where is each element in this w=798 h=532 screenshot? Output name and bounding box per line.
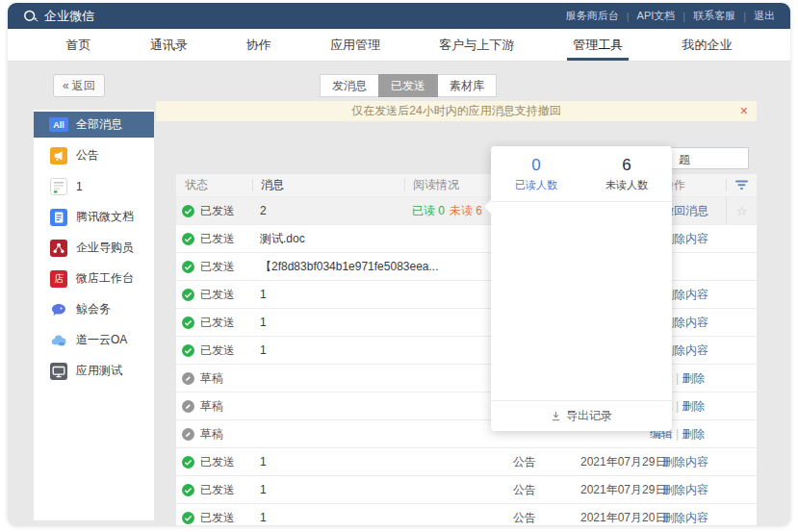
star-cell (726, 309, 757, 336)
op-link[interactable]: 删除内容 (662, 511, 708, 524)
status-cell: 草稿 (176, 370, 260, 387)
link-contact-support[interactable]: 联系客服 (693, 9, 735, 23)
app-cell: 公告 (501, 482, 564, 498)
status-cell: 已发送 (176, 454, 260, 470)
banner-text: 仅在发送后24小时内的应用消息支持撤回 (351, 104, 560, 117)
tab-send-message[interactable]: 发消息 (320, 74, 379, 97)
message-tabs: 发消息 已发送 素材库 (321, 74, 497, 97)
network-icon (49, 240, 68, 257)
app-sidebar: All全部消息公告1腾讯微文档企业导购员店微店工作台鲸会务道一云OA应用测试 (34, 110, 154, 520)
logo-text: 企业微信 (44, 8, 94, 25)
sidebar-item[interactable]: 应用测试 (34, 358, 154, 384)
download-icon (551, 411, 561, 421)
header-status: 状态 (176, 177, 260, 193)
sidebar-item-label: 全部消息 (76, 116, 122, 133)
sidebar-item[interactable]: 道一云OA (34, 327, 154, 353)
op-link[interactable]: 删除 (682, 371, 705, 385)
star-cell (726, 253, 757, 280)
tab-sent[interactable]: 已发送 (378, 74, 438, 97)
topbar-links: 服务商后台| API文档| 联系客服| 退出 (566, 9, 775, 23)
status-cell: 已发送 (176, 510, 260, 526)
op-link[interactable]: 删除 (682, 427, 705, 441)
link-logout[interactable]: 退出 (754, 9, 775, 23)
read-count: 0 (491, 156, 581, 175)
status-label: 草稿 (200, 426, 223, 443)
cloud-icon (49, 332, 68, 349)
star-cell (726, 420, 757, 447)
unread-count-text: 未读 6 (450, 204, 482, 217)
link-api-docs[interactable]: API文档 (637, 9, 676, 23)
header-read-status: 阅读情况 (404, 179, 501, 191)
sidebar-item[interactable]: All全部消息 (34, 112, 154, 138)
link-service-provider[interactable]: 服务商后台 (566, 9, 619, 23)
message-cell: 2 (260, 204, 404, 217)
table-row[interactable]: 已发送1公告2021年07月20日删除内容 (176, 503, 757, 525)
back-button[interactable]: « 返回 (53, 74, 105, 97)
back-label: 返回 (72, 78, 95, 94)
status-cell: 已发送 (176, 287, 260, 303)
popup-arrow (484, 200, 491, 214)
back-chevrons: « (63, 79, 69, 92)
status-cell: 已发送 (176, 315, 260, 331)
nav-contacts[interactable]: 通讯录 (141, 29, 197, 61)
op-link[interactable]: 删除内容 (662, 483, 708, 496)
status-cell: 已发送 (176, 482, 260, 498)
sidebar-item[interactable]: 1 (34, 173, 154, 199)
operations-cell: 删除内容 (662, 454, 726, 470)
star-cell (726, 225, 757, 252)
status-label: 草稿 (200, 370, 223, 387)
status-cell: 已发送 (176, 203, 260, 219)
sidebar-item[interactable]: 鲸会务 (34, 296, 154, 322)
star-icon[interactable]: ☆ (736, 204, 748, 218)
message-cell: 1 (260, 316, 404, 329)
status-label: 已发送 (200, 454, 235, 470)
chat-icon (49, 301, 68, 318)
message-cell: 1 (260, 511, 404, 524)
star-cell: ☆ (726, 197, 757, 224)
star-cell (726, 393, 757, 419)
sidebar-item-label: 企业导购员 (76, 240, 134, 256)
sidebar-item-label: 1 (76, 180, 83, 193)
nav-collaboration[interactable]: 协作 (237, 29, 281, 61)
nav-admin-tools[interactable]: 管理工具 (563, 29, 632, 61)
header-filter[interactable] (726, 179, 757, 191)
popup-stats: 0 已读人数 6 未读人数 (491, 146, 672, 192)
nav-home[interactable]: 首页 (57, 29, 101, 61)
message-cell: 1 (260, 343, 404, 357)
shop-icon: 店 (49, 270, 68, 288)
table-row[interactable]: 已发送1公告2021年07月29日删除内容 (176, 447, 757, 475)
operations-cell: 删除内容 (662, 482, 726, 498)
sidebar-item-label: 应用测试 (76, 363, 122, 379)
star-cell (726, 448, 757, 475)
op-link[interactable]: 删除 (682, 399, 705, 413)
date-cell: 2021年07月29日 (564, 482, 662, 498)
app-cell: 公告 (501, 454, 564, 470)
sidebar-item[interactable]: 公告 (34, 142, 154, 168)
read-count-text: 已读 0 (412, 204, 445, 217)
star-cell (726, 281, 757, 308)
sidebar-item-label: 鲸会务 (76, 301, 111, 317)
header-message: 消息 (252, 179, 404, 191)
read-count-label: 已读人数 (491, 178, 581, 192)
popup-divider (491, 201, 672, 202)
read-count-tab[interactable]: 0 已读人数 (491, 156, 581, 192)
banner-close-icon[interactable]: × (740, 101, 748, 121)
app-window: 企业微信 服务商后台| API文档| 联系客服| 退出 首页 通讯录 协作 应用… (8, 3, 790, 525)
unread-count-tab[interactable]: 6 未读人数 (581, 156, 672, 192)
tab-material-library[interactable]: 素材库 (437, 74, 497, 97)
star-cell (726, 504, 757, 525)
export-records-label: 导出记录 (566, 408, 612, 424)
op-link[interactable]: 删除内容 (662, 455, 708, 469)
sidebar-item[interactable]: 店微店工作台 (34, 266, 154, 291)
nav-app-management[interactable]: 应用管理 (321, 29, 390, 61)
sidebar-item[interactable]: 企业导购员 (34, 235, 154, 261)
sidebar-item-label: 微店工作台 (76, 270, 134, 287)
nav-customers[interactable]: 客户与上下游 (429, 29, 524, 61)
nav-my-company[interactable]: 我的企业 (672, 29, 741, 61)
read-status-popup: 0 已读人数 6 未读人数 导出记录 (491, 146, 672, 431)
export-records-button[interactable]: 导出记录 (491, 400, 672, 431)
star-cell (726, 337, 757, 364)
status-cell: 已发送 (176, 259, 260, 275)
table-row[interactable]: 已发送1公告2021年07月29日删除内容 (176, 475, 757, 503)
sidebar-item[interactable]: 腾讯微文档 (34, 204, 154, 230)
